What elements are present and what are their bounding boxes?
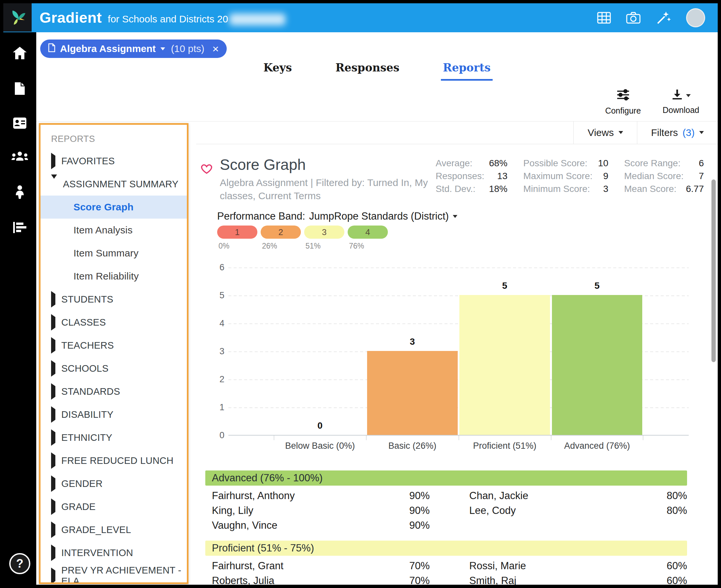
- sidebar-item-label: Item Summary: [74, 248, 138, 259]
- expand-arrow-icon[interactable]: [51, 294, 55, 305]
- sidebar-item-schools[interactable]: SCHOOLS: [41, 357, 187, 380]
- topbar-actions: [597, 8, 705, 27]
- sidebar-item-label: Item Reliability: [74, 271, 139, 282]
- configure-label: Configure: [605, 106, 641, 115]
- expand-arrow-icon[interactable]: [51, 432, 55, 443]
- band-threshold: 0%: [217, 241, 257, 251]
- score-groups: Advanced (76% - 100%)Fairhurst, Anthony9…: [205, 470, 687, 585]
- triangle: [51, 153, 55, 169]
- stat-label: Possible Score:: [523, 158, 587, 169]
- stat-row: Mean Score:6.77: [624, 183, 704, 194]
- y-axis-label: 5: [209, 290, 224, 301]
- sidebar-item-grade[interactable]: GRADE: [41, 495, 187, 518]
- sidebar-item-classes[interactable]: CLASSES: [41, 311, 187, 334]
- bar-basic-26[interactable]: [367, 351, 458, 435]
- expand-arrow-icon[interactable]: [51, 547, 55, 559]
- download-button[interactable]: Download: [663, 89, 699, 115]
- expand-arrow-icon[interactable]: [51, 570, 55, 582]
- collapse-arrow-icon[interactable]: [51, 179, 57, 190]
- sidebar-item-grade-level[interactable]: GRADE_LEVEL: [41, 518, 187, 541]
- views-dropdown[interactable]: Views: [573, 121, 637, 144]
- performance-band-dropdown[interactable]: JumpRope Standards (District): [309, 210, 457, 222]
- tab-responses[interactable]: Responses: [334, 61, 401, 81]
- sidebar-item-label: FREE REDUCED LUNCH: [61, 455, 173, 466]
- band-pill-2: 2: [261, 226, 301, 239]
- sidebar-item-item-analysis[interactable]: Item Analysis: [41, 218, 187, 241]
- student-name: Roberts, Julia: [212, 575, 275, 585]
- sidebar-item-favorites[interactable]: FAVORITES: [41, 149, 187, 172]
- sidebar-item-students[interactable]: STUDENTS: [41, 288, 187, 311]
- stat-label: Responses:: [436, 170, 484, 182]
- student-row: Roberts, Julia70%: [205, 573, 430, 585]
- sidebar-item-gender[interactable]: GENDER: [41, 472, 187, 495]
- expand-arrow-icon[interactable]: [51, 386, 55, 397]
- expand-arrow-icon[interactable]: [51, 478, 55, 489]
- stat-label: Std. Dev.:: [436, 183, 476, 194]
- tab-reports[interactable]: Reports: [441, 61, 493, 81]
- close-icon[interactable]: ×: [212, 42, 219, 55]
- triangle: [51, 174, 57, 189]
- chart-y-axis: 0123456: [209, 254, 224, 455]
- brand-suffix: for Schools and Districts 20: [108, 14, 228, 25]
- hummingbird-icon: [8, 7, 27, 27]
- sidebar-item-teachers[interactable]: TEACHERS: [41, 334, 187, 357]
- sidebar-item-label: STANDARDS: [61, 386, 120, 397]
- filters-dropdown[interactable]: Filters (3): [637, 121, 718, 144]
- assignment-pill[interactable]: Algebra Assignment (10 pts) ×: [40, 40, 227, 58]
- performance-band-1: 10%: [217, 226, 257, 251]
- favorite-heart-icon[interactable]: [200, 163, 213, 175]
- redacted-text-blur: [229, 14, 285, 25]
- expand-arrow-icon[interactable]: [51, 524, 55, 535]
- sidebar-item-intervention[interactable]: INTERVENTION: [41, 541, 187, 564]
- expand-arrow-icon[interactable]: [51, 501, 55, 512]
- sidebar-item-ethnicity[interactable]: ETHNICITY: [41, 426, 187, 449]
- expand-arrow-icon[interactable]: [51, 317, 55, 328]
- performance-band-4: 476%: [348, 226, 388, 251]
- stats-icon[interactable]: [13, 221, 27, 234]
- expand-arrow-icon[interactable]: [51, 340, 55, 351]
- expand-arrow-icon[interactable]: [51, 409, 55, 420]
- help-button[interactable]: ?: [9, 553, 30, 574]
- bar-advanced-76[interactable]: [552, 295, 643, 435]
- person-icon[interactable]: [14, 185, 26, 200]
- student-name: Smith, Raj: [469, 575, 516, 585]
- assignment-pill-label: Algebra Assignment: [60, 43, 156, 54]
- id-badge-icon[interactable]: [13, 117, 27, 129]
- classroom-icon[interactable]: [12, 151, 28, 163]
- stat-value: 9: [603, 170, 608, 182]
- topbar: Gradient for Schools and Districts 20: [3, 3, 718, 32]
- category-label: Below Basic (0%): [267, 441, 373, 451]
- group-header: Advanced (76% - 100%): [205, 470, 687, 486]
- sidebar-item-prev-yr-achievement-ela[interactable]: PREV YR ACHIEVEMENT - ELA: [41, 564, 187, 584]
- chevron-down-icon[interactable]: [686, 94, 691, 97]
- magic-wand-icon[interactable]: [656, 11, 671, 25]
- sidebar-item-item-reliability[interactable]: Item Reliability: [41, 265, 187, 288]
- vertical-scrollbar[interactable]: [712, 180, 716, 362]
- expand-arrow-icon[interactable]: [51, 363, 55, 374]
- bar-proficient-51[interactable]: [459, 295, 550, 435]
- user-avatar[interactable]: [686, 8, 705, 27]
- sidebar-item-score-graph[interactable]: Score Graph: [41, 195, 187, 218]
- brand-name: Gradient: [40, 9, 102, 26]
- triangle: [51, 291, 55, 308]
- sidebar-item-standards[interactable]: STANDARDS: [41, 380, 187, 403]
- sidebar-item-free-reduced-lunch[interactable]: FREE REDUCED LUNCH: [41, 449, 187, 472]
- views-filters-bar: Views Filters (3): [196, 121, 718, 144]
- configure-button[interactable]: Configure: [605, 89, 641, 115]
- camera-icon[interactable]: [626, 12, 641, 24]
- document-icon[interactable]: [14, 82, 25, 96]
- sidebar-item-disability[interactable]: DISABILITY: [41, 403, 187, 426]
- triangle: [51, 568, 55, 584]
- expand-arrow-icon[interactable]: [51, 156, 55, 167]
- sidebar-item-assignment-summary[interactable]: ASSIGNMENT SUMMARY: [41, 172, 187, 195]
- stat-row: Maximum Score:9: [523, 170, 608, 182]
- group-grid: Fairhurst, Grant70%Rossi, Marie60%Robert…: [205, 556, 687, 585]
- gradient-logo[interactable]: [3, 3, 32, 31]
- expand-arrow-icon[interactable]: [51, 455, 55, 466]
- chevron-down-icon[interactable]: [160, 47, 165, 50]
- table-icon[interactable]: [597, 12, 611, 24]
- tab-keys[interactable]: Keys: [261, 61, 294, 81]
- sidebar-item-item-summary[interactable]: Item Summary: [41, 241, 187, 265]
- performance-bands: 10%226%351%476%: [217, 226, 388, 251]
- home-icon[interactable]: [12, 46, 27, 60]
